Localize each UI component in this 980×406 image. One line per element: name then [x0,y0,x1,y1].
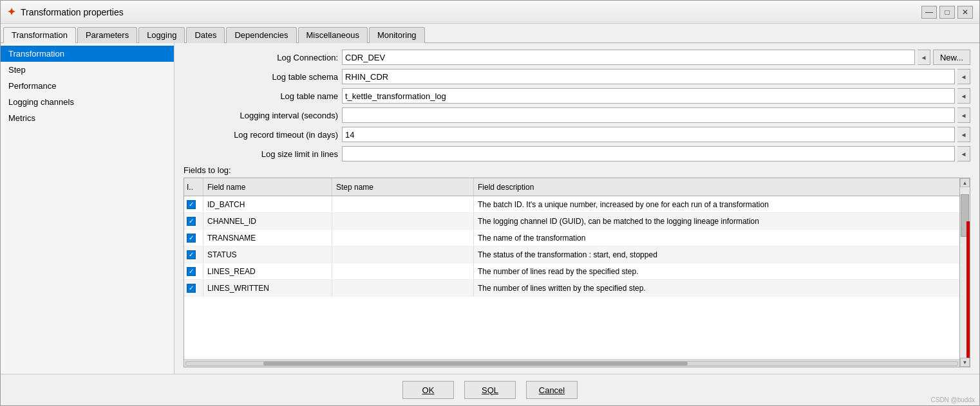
table-row[interactable]: ✓ LINES_WRITTEN The number of lines writ… [184,280,959,297]
log-record-timeout-input[interactable] [342,127,955,142]
cell-field-3: TRANSNAME [203,230,332,246]
table-row[interactable]: ✓ ID_BATCH The batch ID. It's a unique n… [184,196,959,213]
log-table-schema-input-wrap: ◄ [342,69,970,84]
log-table-name-label: Log table name [184,91,338,101]
h-scrollbar-thumb [263,362,688,365]
tab-dates[interactable]: Dates [186,27,225,43]
logging-interval-input-wrap: ◄ [342,107,970,123]
cell-step-2 [332,213,474,229]
cell-idx-6: ✓ [184,280,203,296]
main-content: Transformation Step Performance Logging … [1,43,979,374]
log-table-name-row: Log table name ◄ [184,88,970,104]
watermark: CSDN @buddx [930,396,975,403]
log-size-limit-input[interactable] [342,146,955,161]
window-controls: — □ ✕ [921,6,973,19]
sql-button[interactable]: SQL [464,381,516,399]
log-table-schema-label: Log table schema [184,72,338,82]
cell-step-3 [332,230,474,246]
checkbox-lines-written[interactable]: ✓ [187,284,196,293]
log-table-schema-row: Log table schema ◄ [184,69,970,84]
table-row[interactable]: ✓ LINES_READ The number of lines read by… [184,263,959,280]
col-header-desc: Field description [474,178,959,196]
fields-table-header: I.. Field name Step name Field descripti… [184,178,959,196]
cell-step-5 [332,263,474,279]
maximize-button[interactable]: □ [939,6,955,19]
v-scrollbar-up[interactable]: ▲ [960,178,970,187]
sidebar-item-metrics[interactable]: Metrics [1,110,174,126]
cancel-button[interactable]: Cancel [526,381,578,399]
h-scrollbar[interactable] [184,359,959,367]
cell-desc-6: The number of lines written by the speci… [474,280,959,296]
cell-desc-2: The logging channel ID (GUID), can be ma… [474,213,959,229]
col-header-step: Step name [332,178,474,196]
log-table-name-input-wrap: ◄ [342,88,970,104]
checkbox-status[interactable]: ✓ [187,250,196,259]
log-size-limit-row: Log size limit in lines ◄ [184,146,970,161]
cell-step-4 [332,246,474,263]
tab-transformation[interactable]: Transformation [3,27,76,43]
tab-monitoring[interactable]: Monitoring [369,27,425,43]
close-button[interactable]: ✕ [957,6,973,19]
v-scrollbar-down[interactable]: ▼ [960,358,970,367]
cell-idx-2: ✓ [184,213,203,229]
sidebar-item-logging-channels[interactable]: Logging channels [1,94,174,110]
sidebar-item-transformation[interactable]: Transformation [1,46,174,62]
ok-button[interactable]: OK [402,381,454,399]
log-table-name-input[interactable] [342,88,955,104]
sidebar-item-performance[interactable]: Performance [1,78,174,94]
cell-field-4: STATUS [203,246,332,263]
checkbox-lines-read[interactable]: ✓ [187,267,196,276]
cell-field-5: LINES_READ [203,263,332,279]
table-row[interactable]: ✓ CHANNEL_ID The logging channel ID (GUI… [184,213,959,230]
log-connection-input[interactable] [342,50,915,65]
cell-idx-5: ✓ [184,263,203,279]
fields-table-body: ✓ ID_BATCH The batch ID. It's a unique n… [184,196,959,359]
cell-desc-1: The batch ID. It's a unique number, incr… [474,196,959,212]
log-table-schema-dropdown[interactable]: ◄ [957,69,970,84]
tab-bar: Transformation Parameters Logging Dates … [1,24,979,43]
red-indicator [966,221,970,358]
cell-idx-3: ✓ [184,230,203,246]
cell-step-6 [332,280,474,296]
checkbox-channel-id[interactable]: ✓ [187,217,196,226]
log-table-name-dropdown[interactable]: ◄ [957,88,970,104]
checkbox-id-batch[interactable]: ✓ [187,200,196,209]
fields-table: I.. Field name Step name Field descripti… [184,178,960,367]
logging-interval-dropdown[interactable]: ◄ [957,107,970,123]
cell-step-1 [332,196,474,212]
logging-interval-input[interactable] [342,107,955,123]
log-connection-row: Log Connection: ◄ New... [184,50,970,65]
app-icon: ✦ [7,6,15,18]
sidebar: Transformation Step Performance Logging … [1,43,174,374]
cell-idx-4: ✓ [184,246,203,263]
logging-interval-row: Logging interval (seconds) ◄ [184,107,970,123]
window-title: Transformation properties [21,7,124,17]
log-record-timeout-dropdown[interactable]: ◄ [957,127,970,142]
log-size-limit-dropdown[interactable]: ◄ [957,146,970,161]
tab-miscellaneous[interactable]: Miscellaneous [298,27,368,43]
bottom-bar: OK SQL Cancel [1,374,979,405]
checkbox-transname[interactable]: ✓ [187,234,196,243]
table-row[interactable]: ✓ TRANSNAME The name of the transformati… [184,230,959,246]
new-button[interactable]: New... [933,50,970,65]
log-table-schema-input[interactable] [342,69,955,84]
cell-field-1: ID_BATCH [203,196,332,212]
fields-label: Fields to log: [184,165,970,175]
logging-interval-label: Logging interval (seconds) [184,111,338,120]
log-record-timeout-label: Log record timeout (in days) [184,130,338,140]
cell-field-6: LINES_WRITTEN [203,280,332,296]
tab-parameters[interactable]: Parameters [77,27,137,43]
tab-dependencies[interactable]: Dependencies [226,27,296,43]
tab-logging[interactable]: Logging [138,27,185,43]
fields-section: Fields to log: I.. Field name Step name … [184,165,970,367]
cell-desc-5: The number of lines read by the specifie… [474,263,959,279]
log-connection-dropdown[interactable]: ◄ [918,50,930,65]
cell-idx-1: ✓ [184,196,203,212]
minimize-button[interactable]: — [921,6,937,19]
log-size-limit-label: Log size limit in lines [184,149,338,159]
sidebar-item-step[interactable]: Step [1,62,174,78]
title-bar: ✦ Transformation properties — □ ✕ [1,1,979,24]
table-row[interactable]: ✓ STATUS The status of the transformatio… [184,246,959,263]
col-header-field: Field name [203,178,332,196]
cell-desc-4: The status of the transformation : start… [474,246,959,263]
